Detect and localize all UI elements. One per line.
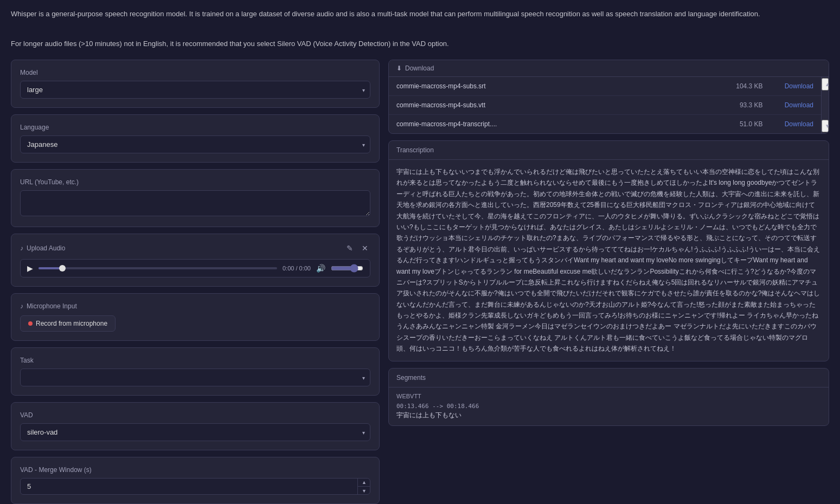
right-panel: ⬇ Download commie-macross-mp4-subs.srt 1… (388, 60, 829, 504)
music-icon: ♪ (20, 244, 23, 252)
transcription-header: Transcription (389, 141, 829, 160)
left-panel: Model tiny base small medium large ▾ Lan… (11, 60, 380, 504)
pencil-icon: ✎ (347, 244, 353, 253)
download-filename-2: commie-macross-mp4-transcript.... (396, 120, 709, 128)
url-card: URL (YouTube, etc.) (11, 169, 380, 227)
volume-icon: 🔊 (316, 264, 325, 273)
download-size-1: 93.3 KB (709, 101, 763, 109)
vad-merge-card: VAD - Merge Window (s) ▲ ▼ (11, 457, 380, 504)
upload-edit-button[interactable]: ✎ (344, 243, 355, 254)
segment-timestamp: 00:13.466 --> 00:18.466 (396, 403, 821, 410)
model-label: Model (20, 69, 370, 76)
vad-select-wrapper: None silero-vad ▾ (20, 423, 370, 441)
vad-select[interactable]: None silero-vad (20, 423, 370, 441)
upload-audio-title: ♪ Upload Audio (20, 244, 65, 252)
task-select[interactable]: transcribe translate (20, 369, 370, 386)
scroll-up-button[interactable]: ▲ (822, 78, 829, 91)
mic-dot-icon (28, 321, 33, 326)
vad-label: VAD (20, 411, 370, 419)
download-list-area: commie-macross-mp4-subs.srt 104.3 KB Dow… (389, 77, 829, 133)
download-header: ⬇ Download (389, 60, 829, 77)
url-label: URL (YouTube, etc.) (20, 178, 370, 186)
webvtt-label: WEBVTT (396, 393, 821, 399)
download-section-title: Download (405, 64, 434, 72)
task-select-wrapper: transcribe translate ▾ (20, 369, 370, 386)
language-label: Language (20, 124, 370, 131)
progress-bar[interactable] (39, 267, 277, 269)
upload-audio-label: Upload Audio (27, 244, 65, 252)
segments-header: Segments (389, 369, 829, 387)
download-row-1: commie-macross-mp4-subs.vtt 93.3 KB Down… (389, 96, 821, 115)
vad-merge-spinner: ▲ ▼ (357, 478, 370, 495)
download-filename-0: commie-macross-mp4-subs.srt (396, 82, 709, 90)
upload-audio-header: ♪ Upload Audio ✎ ✕ (20, 243, 370, 254)
play-icon: ▶ (27, 264, 33, 273)
download-filename-1: commie-macross-mp4-subs.vtt (396, 101, 709, 109)
progress-bar-container[interactable] (39, 267, 277, 269)
microphone-title: ♪ Microphone Input (20, 302, 370, 310)
language-card: Language Auto English Japanese Chinese S… (11, 114, 380, 163)
vad-merge-label: VAD - Merge Window (s) (20, 466, 370, 474)
segments-card: Segments WEBVTT 00:13.466 --> 00:18.466 … (388, 368, 829, 426)
vad-card: VAD None silero-vad ▾ (11, 402, 380, 450)
download-header-icon: ⬇ (396, 64, 402, 72)
download-size-0: 104.3 KB (709, 82, 763, 90)
model-card: Model tiny base small medium large ▾ (11, 60, 380, 108)
language-select[interactable]: Auto English Japanese Chinese Spanish (20, 135, 370, 153)
download-button-0[interactable]: Download (785, 82, 813, 90)
close-icon: ✕ (362, 244, 368, 253)
mic-music-icon: ♪ (20, 302, 23, 310)
record-button-label: Record from microphone (36, 320, 107, 327)
upload-audio-card: ♪ Upload Audio ✎ ✕ ▶ (11, 234, 380, 287)
vad-merge-input-wrapper: ▲ ▼ (20, 478, 370, 495)
download-button-2[interactable]: Download (785, 120, 813, 128)
download-size-2: 51.0 KB (709, 120, 763, 128)
transcription-body[interactable]: 宇宙には上も下もないいつまでも浮かんでいられるだけど俺は飛びたいと思っていたたと… (389, 160, 829, 361)
url-input[interactable] (20, 190, 370, 216)
record-microphone-button[interactable]: Record from microphone (20, 315, 116, 332)
upload-close-button[interactable]: ✕ (360, 243, 370, 254)
task-label: Task (20, 357, 370, 364)
download-row-0: commie-macross-mp4-subs.srt 104.3 KB Dow… (389, 77, 821, 96)
model-select[interactable]: tiny base small medium large (20, 81, 370, 99)
vad-merge-spinner-down[interactable]: ▼ (358, 487, 370, 495)
transcription-card: Transcription 宇宙には上も下もないいつまでも浮かんでいられるだけど… (388, 140, 829, 361)
microphone-card: ♪ Microphone Input Record from microphon… (11, 293, 380, 341)
audio-player: ▶ 0:00 / 0:00 🔊 (20, 259, 370, 277)
upload-audio-actions: ✎ ✕ (344, 243, 370, 254)
download-card: ⬇ Download commie-macross-mp4-subs.srt 1… (388, 60, 829, 134)
vad-merge-input[interactable] (20, 478, 370, 495)
download-row-2: commie-macross-mp4-transcript.... 51.0 K… (389, 115, 821, 133)
intro-line2: For longer audio files (>10 minutes) not… (11, 38, 829, 49)
task-card: Task transcribe translate ▾ (11, 347, 380, 396)
segment-text: 宇宙には上も下もない (396, 411, 821, 420)
play-button[interactable]: ▶ (27, 264, 33, 273)
segments-body: WEBVTT 00:13.466 --> 00:18.466 宇宙には上も下もな… (389, 387, 829, 425)
vad-merge-spinner-up[interactable]: ▲ (358, 478, 370, 487)
download-list: commie-macross-mp4-subs.srt 104.3 KB Dow… (389, 77, 821, 133)
download-button-1[interactable]: Download (785, 101, 813, 109)
microphone-label: Microphone Input (27, 302, 77, 310)
audio-time-display: 0:00 / 0:00 (283, 265, 311, 272)
model-select-wrapper: tiny base small medium large ▾ (20, 81, 370, 99)
volume-slider[interactable] (331, 264, 363, 273)
download-scrollbar: ▲ ▼ (821, 77, 829, 133)
intro-line1: Whisper is a general-purpose speech reco… (11, 9, 829, 20)
language-select-wrapper: Auto English Japanese Chinese Spanish ▾ (20, 135, 370, 153)
scroll-down-button[interactable]: ▼ (822, 120, 829, 132)
progress-thumb[interactable] (59, 265, 66, 272)
